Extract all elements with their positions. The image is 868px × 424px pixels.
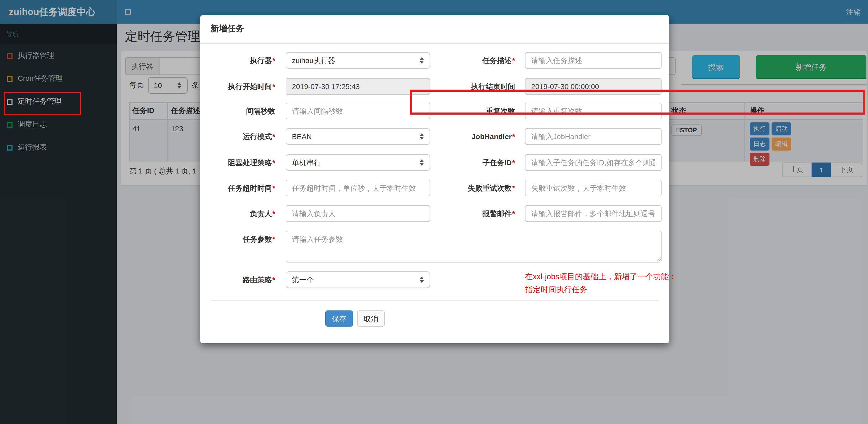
job-handler-label: JobHandler*	[435, 128, 515, 145]
glue-type-select-value: BEAN	[292, 132, 312, 141]
executor-label: 执行器*	[200, 52, 275, 69]
required-marker: *	[512, 184, 515, 192]
fail-retry-input[interactable]	[525, 180, 661, 196]
job-desc-label: 任务描述*	[435, 52, 515, 69]
executor-select[interactable]: zuihou执行器	[286, 52, 430, 69]
add-job-modal: 新增任务 执行器* zuihou执行器 任务描述* 执行开始时间* 执行结束时间…	[200, 15, 670, 343]
timeout-label: 任务超时时间*	[200, 180, 275, 196]
repeat-count-input[interactable]	[525, 103, 661, 119]
alarm-email-input[interactable]	[525, 205, 661, 222]
required-marker: *	[272, 235, 275, 243]
author-input[interactable]	[286, 205, 430, 222]
route-strategy-select-value: 第一个	[292, 275, 314, 284]
required-marker: *	[272, 56, 275, 65]
feature-note-line2: 指定时间执行任务	[525, 283, 677, 296]
route-strategy-select[interactable]: 第一个	[286, 271, 430, 288]
job-handler-input[interactable]	[525, 128, 661, 145]
feature-note-line1: 在xxl-jobs项目的基础上，新增了一个功能：	[525, 270, 677, 283]
required-marker: *	[272, 275, 275, 284]
required-marker: *	[272, 184, 275, 192]
required-marker: *	[512, 209, 515, 218]
required-marker: *	[272, 132, 275, 141]
end-time-input[interactable]	[525, 78, 661, 95]
job-desc-input[interactable]	[525, 52, 661, 69]
glue-type-label: 运行模式*	[200, 128, 275, 145]
required-marker: *	[272, 209, 275, 218]
select-arrows-icon	[420, 159, 424, 166]
route-strategy-label: 路由策略*	[200, 271, 275, 288]
feature-note: 在xxl-jobs项目的基础上，新增了一个功能： 指定时间执行任务	[525, 270, 677, 296]
required-marker: *	[272, 158, 275, 167]
required-marker: *	[512, 56, 515, 65]
glue-type-select[interactable]: BEAN	[286, 128, 430, 145]
modal-title: 新增任务	[211, 24, 244, 34]
select-arrows-icon	[420, 57, 424, 64]
timeout-input[interactable]	[286, 180, 430, 196]
fail-retry-label: 失败重试次数*	[435, 180, 515, 196]
interval-label: 间隔秒数	[200, 103, 275, 119]
child-job-id-label: 子任务ID*	[435, 154, 515, 171]
required-marker: *	[512, 132, 515, 141]
block-strategy-select[interactable]: 单机串行	[286, 154, 430, 171]
start-time-label: 执行开始时间*	[200, 78, 275, 95]
block-strategy-select-value: 单机串行	[292, 158, 321, 167]
interval-input[interactable]	[286, 103, 430, 119]
job-param-label: 任务参数*	[200, 231, 275, 248]
select-arrows-icon	[420, 276, 424, 283]
save-button[interactable]: 保存	[325, 311, 353, 327]
required-marker: *	[272, 82, 275, 91]
job-param-textarea[interactable]	[286, 231, 661, 263]
block-strategy-label: 阻塞处理策略*	[200, 154, 275, 171]
child-job-id-input[interactable]	[525, 154, 661, 171]
alarm-email-label: 报警邮件*	[435, 205, 515, 222]
author-label: 负责人*	[200, 205, 275, 222]
repeat-count-label: 重复次数	[435, 103, 515, 119]
start-time-input[interactable]	[286, 78, 430, 95]
modal-footer-divider	[211, 300, 659, 300]
executor-select-value: zuihou执行器	[292, 56, 336, 65]
modal-header-divider	[200, 43, 670, 44]
cancel-button[interactable]: 取消	[357, 311, 385, 327]
textarea-resize-icon[interactable]	[656, 256, 661, 261]
end-time-label: 执行结束时间	[435, 78, 515, 95]
select-arrows-icon	[420, 133, 424, 140]
required-marker: *	[512, 158, 515, 167]
